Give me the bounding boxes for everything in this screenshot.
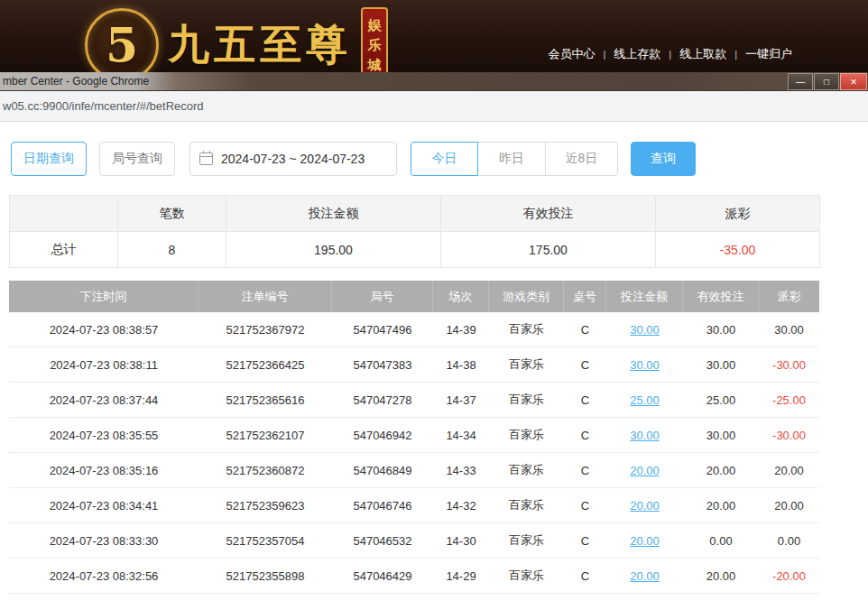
cell-valid-bet: 20.00 <box>683 488 759 522</box>
date-range-input[interactable]: 2024-07-23 ~ 2024-07-23 <box>189 142 397 176</box>
cell-game-type: 百家乐 <box>489 523 564 558</box>
summary-value-cell: 175.00 <box>441 232 656 268</box>
cell-bet-amount: 20.00 <box>606 523 683 558</box>
cell-payout: -20.00 <box>759 559 819 593</box>
cell-bet-number: 521752366425 <box>199 347 332 382</box>
window-titlebar[interactable]: mber Center - Google Chrome — □ × <box>0 72 868 91</box>
nav-link-one-key-transfer[interactable]: 一键归户 <box>745 46 792 62</box>
summary-header-cell: 投注金额 <box>226 196 441 232</box>
cell-bet-number: 521752357054 <box>199 523 332 558</box>
table-row: 2024-07-23 08:38:57521752367972547047496… <box>9 312 819 347</box>
filter-bar: 日期查询 局号查询 2024-07-23 ~ 2024-07-23 今日昨日近8… <box>0 122 868 176</box>
cell-valid-bet: 30.00 <box>683 418 759 452</box>
cell-table-number: C <box>564 347 606 382</box>
cell-payout: -30.00 <box>759 418 819 452</box>
bet-amount-link[interactable]: 25.00 <box>630 393 660 407</box>
cell-round-number: 547046429 <box>332 559 433 593</box>
cell-game-type: 百家乐 <box>489 453 564 487</box>
records-body: 2024-07-23 08:38:57521752367972547047496… <box>9 312 819 594</box>
cell-valid-bet: 30.00 <box>683 312 759 347</box>
records-header-cell: 局号 <box>332 281 433 312</box>
table-row: 2024-07-23 08:34:41521752359623547046746… <box>9 488 819 523</box>
maximize-button[interactable]: □ <box>814 73 839 90</box>
cell-table-number: C <box>564 453 606 487</box>
table-row: 2024-07-23 08:33:30521752357054547046532… <box>9 523 819 559</box>
cell-payout: 30.00 <box>759 312 819 347</box>
cell-valid-bet: 20.00 <box>683 559 759 593</box>
bet-amount-link[interactable]: 30.00 <box>630 429 660 442</box>
records-header-cell: 投注金额 <box>606 281 683 312</box>
date-query-button[interactable]: 日期查询 <box>11 142 87 176</box>
cell-game-type: 百家乐 <box>489 383 564 417</box>
nav-separator: | <box>734 49 737 60</box>
cell-table-number: C <box>564 488 606 522</box>
cell-bet-number: 521752355898 <box>199 559 332 593</box>
nav-link-online-withdraw[interactable]: 线上取款 <box>679 46 726 62</box>
cell-bet-time: 2024-07-23 08:32:56 <box>9 559 199 593</box>
last-8-days-button[interactable]: 近8日 <box>545 142 618 176</box>
bet-record-page: 日期查询 局号查询 2024-07-23 ~ 2024-07-23 今日昨日近8… <box>0 122 868 609</box>
records-header-cell: 有效投注 <box>683 281 759 312</box>
search-button[interactable]: 查询 <box>631 142 696 176</box>
table-row: 2024-07-23 08:38:11521752366425547047383… <box>9 347 819 383</box>
cell-payout: 0.00 <box>759 523 819 558</box>
cell-valid-bet: 0.00 <box>683 523 759 558</box>
bet-amount-link[interactable]: 20.00 <box>630 499 660 513</box>
minimize-button[interactable]: — <box>788 73 813 90</box>
window-controls: — □ × <box>787 73 867 90</box>
bet-amount-link[interactable]: 30.00 <box>630 323 660 337</box>
cell-payout: -25.00 <box>759 383 819 417</box>
cell-game-type: 百家乐 <box>489 559 564 593</box>
records-table: 下注时间注单编号局号场次游戏类别桌号投注金额有效投注派彩 2024-07-23 … <box>9 281 819 594</box>
today-button[interactable]: 今日 <box>411 142 478 176</box>
address-url: w05.cc:9900/infe/mcenter/#/betRecord <box>3 99 204 113</box>
round-query-button[interactable]: 局号查询 <box>99 142 175 176</box>
cell-bet-number: 521752365616 <box>199 383 332 417</box>
cell-bet-time: 2024-07-23 08:34:41 <box>9 488 199 522</box>
cell-valid-bet: 20.00 <box>683 453 759 487</box>
cell-session: 14-33 <box>433 453 489 487</box>
bet-amount-link[interactable]: 30.00 <box>630 358 660 372</box>
bet-amount-link[interactable]: 20.00 <box>630 569 660 583</box>
screen: 5 九五至尊 娱乐城 会员中心|线上存款|线上取款|一键归户 mber Cent… <box>0 0 868 610</box>
cell-game-type: 百家乐 <box>489 418 564 452</box>
cell-bet-time: 2024-07-23 08:38:57 <box>9 312 199 347</box>
popup-window: mber Center - Google Chrome — □ × w05.cc… <box>0 72 868 610</box>
cell-round-number: 547047496 <box>332 312 433 347</box>
records-header-row: 下注时间注单编号局号场次游戏类别桌号投注金额有效投注派彩 <box>9 281 819 312</box>
cell-bet-amount: 30.00 <box>606 312 683 347</box>
cell-session: 14-30 <box>433 523 489 558</box>
cell-bet-amount: 20.00 <box>606 453 683 487</box>
summary-header-cell: 派彩 <box>656 196 820 232</box>
cell-bet-time: 2024-07-23 08:35:16 <box>9 453 199 487</box>
nav-link-member-center[interactable]: 会员中心 <box>548 46 595 62</box>
cell-session: 14-34 <box>433 418 489 452</box>
cell-bet-amount: 20.00 <box>606 488 683 522</box>
records-header-cell: 桌号 <box>564 281 606 312</box>
bet-amount-link[interactable]: 20.00 <box>630 534 660 548</box>
cell-bet-amount: 30.00 <box>606 418 683 452</box>
close-button[interactable]: × <box>840 73 867 90</box>
cell-game-type: 百家乐 <box>489 347 564 382</box>
records-header-cell: 注单编号 <box>199 281 332 312</box>
cell-bet-time: 2024-07-23 08:35:55 <box>9 418 199 452</box>
cell-table-number: C <box>564 523 606 558</box>
nav-link-online-deposit[interactable]: 线上存款 <box>614 46 660 62</box>
cell-table-number: C <box>564 312 606 347</box>
cell-round-number: 547046849 <box>332 453 433 487</box>
cell-game-type: 百家乐 <box>489 312 564 347</box>
summary-header-cell: 笔数 <box>118 196 226 232</box>
cell-bet-amount: 20.00 <box>606 559 683 593</box>
cell-table-number: C <box>564 383 606 417</box>
summary-value-cell: 195.00 <box>226 232 441 268</box>
logo-five-icon: 5 <box>85 8 159 82</box>
summary-header-row: 笔数投注金额有效投注派彩 <box>10 196 820 232</box>
cell-game-type: 百家乐 <box>489 488 564 522</box>
records-header-cell: 派彩 <box>759 281 819 312</box>
cell-bet-time: 2024-07-23 08:38:11 <box>9 347 199 382</box>
table-row: 2024-07-23 08:32:56521752355898547046429… <box>9 559 819 594</box>
cell-bet-number: 521752362107 <box>199 418 332 452</box>
records-header-cell: 下注时间 <box>9 281 199 312</box>
bet-amount-link[interactable]: 20.00 <box>630 464 660 477</box>
yesterday-button[interactable]: 昨日 <box>477 142 546 176</box>
